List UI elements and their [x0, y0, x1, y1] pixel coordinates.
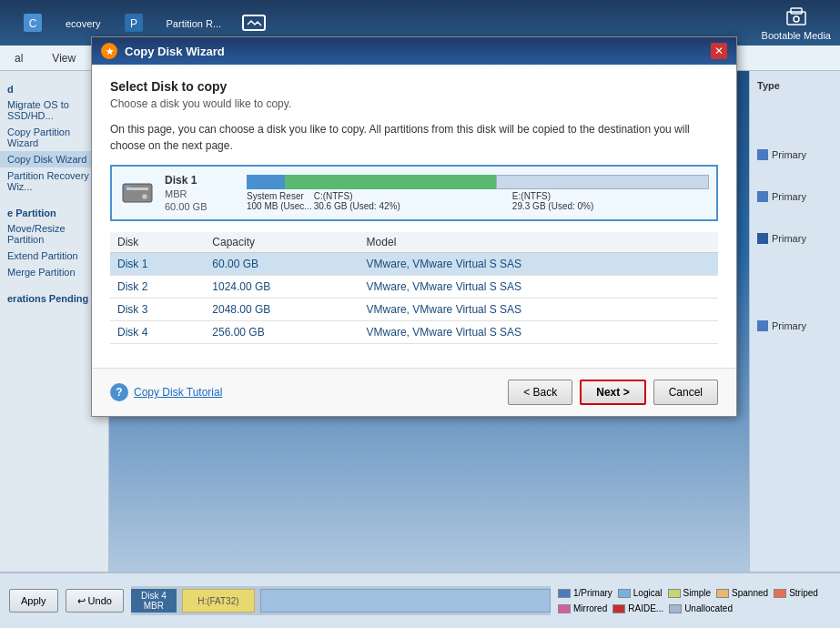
legend-color-unallocated: [669, 604, 682, 613]
partition-labels: System Reser 100 MB (Usec... C:(NTFS) 30…: [247, 191, 709, 211]
type-square-3: [757, 320, 768, 331]
right-panel-row-3: Primary: [754, 319, 836, 333]
type-label-3: Primary: [772, 320, 806, 331]
bottom-bar: Apply ↩ Undo Disk 4 MBR H:(FAT32) 1/Prim…: [0, 572, 840, 628]
svg-text:C: C: [29, 17, 37, 30]
legend-label-striped: Striped: [789, 588, 818, 598]
type-square-0: [757, 149, 768, 160]
legend-logical: Logical: [618, 588, 663, 598]
legend-spanned: Spanned: [716, 588, 768, 598]
table-row[interactable]: Disk 1 60.00 GB VMware, VMware Virtual S…: [110, 253, 718, 276]
partition-bar-c-top: [285, 175, 496, 189]
legend-label-raide: RAIDE...: [628, 603, 663, 613]
disk-icon: [119, 175, 156, 211]
type-label-2: Primary: [772, 233, 806, 244]
cancel-button[interactable]: Cancel: [653, 380, 718, 405]
type-square-1: [757, 191, 768, 202]
partition-bar-e-top: [496, 175, 709, 189]
footer-help: ? Copy Disk Tutorial: [110, 383, 508, 401]
next-button[interactable]: Next >: [580, 380, 645, 405]
type-label-0: Primary: [772, 149, 806, 160]
col-disk: Disk: [110, 232, 205, 253]
legend-color-simple: [668, 589, 681, 598]
right-panel-row-0: Primary: [754, 147, 836, 162]
legend-label-logical: Logical: [633, 588, 663, 598]
disk-preview: Disk 1 MBR 60.00 GB System Reser 100 MB …: [110, 165, 718, 221]
legend-mirrored: Mirrored: [558, 603, 607, 613]
modal-footer: ? Copy Disk Tutorial < Back Next > Cance…: [92, 368, 736, 416]
modal-titlebar: ★ Copy Disk Wizard ✕: [92, 37, 736, 65]
legend-color-logical: [618, 589, 631, 598]
table-row[interactable]: Disk 3 2048.00 GB VMware, VMware Virtual…: [110, 299, 718, 321]
row1-disk: Disk 2: [110, 276, 205, 299]
legend-striped: Striped: [774, 588, 818, 598]
svg-rect-11: [127, 187, 148, 190]
svg-rect-6: [791, 8, 802, 14]
undo-button[interactable]: ↩ Undo: [66, 589, 124, 613]
row3-capacity: 256.00 GB: [205, 321, 359, 344]
type-square-2: [757, 233, 768, 244]
partition-icon[interactable]: P: [119, 8, 148, 37]
modal-title-text: Copy Disk Wizard: [125, 45, 703, 58]
right-panel-row-1: Primary: [754, 189, 836, 204]
col-capacity: Capacity: [205, 232, 359, 253]
legend-color-striped: [774, 589, 786, 598]
modal-description: On this page, you can choose a disk you …: [110, 121, 718, 154]
legend-label-primary: 1/Primary: [573, 588, 612, 598]
legend-simple: Simple: [668, 588, 712, 598]
legend-unallocated: Unallocated: [669, 603, 733, 613]
row0-capacity: 60.00 GB: [205, 253, 359, 276]
menu-view[interactable]: View: [46, 50, 81, 66]
recovery-label: ecovery: [66, 18, 101, 29]
row2-disk: Disk 3: [110, 299, 205, 321]
legend-label-mirrored: Mirrored: [573, 603, 607, 613]
modal-close-button[interactable]: ✕: [711, 43, 727, 59]
partition-label-c: C:(NTFS) 30.6 GB (Used: 42%): [314, 191, 511, 211]
copy-disk-wizard-modal: ★ Copy Disk Wizard ✕ Select Disk to copy…: [91, 36, 737, 417]
partition-bar-sys-top: [247, 175, 285, 189]
right-panel-rows: Primary Primary Primary Primary: [754, 147, 836, 333]
svg-text:P: P: [130, 17, 137, 30]
partition-label: Partition R...: [167, 18, 222, 29]
svg-rect-13: [125, 186, 130, 187]
row0-disk: Disk 1: [110, 253, 205, 276]
legend-primary: 1/Primary: [558, 588, 612, 598]
modal-title-icon: ★: [101, 43, 117, 59]
legend-label-simple: Simple: [683, 588, 712, 598]
apply-button[interactable]: Apply: [9, 589, 58, 613]
table-header-row: Disk Capacity Model: [110, 232, 718, 253]
legend-label-unallocated: Unallocated: [684, 603, 733, 613]
image-icon[interactable]: [239, 8, 268, 37]
svg-point-7: [794, 16, 799, 22]
table-row[interactable]: Disk 2 1024.00 GB VMware, VMware Virtual…: [110, 276, 718, 299]
disk4-label: Disk 4 MBR: [131, 589, 177, 613]
bootable-media-btn[interactable]: Bootable Media: [762, 5, 831, 41]
partition-label-sys: System Reser 100 MB (Usec...: [247, 191, 312, 211]
footer-buttons: < Back Next > Cancel: [508, 380, 718, 405]
disk-table: Disk Capacity Model Disk 1 60.00 GB VMwa…: [110, 232, 718, 344]
legend-color-raide: [612, 604, 625, 613]
disk-name: Disk 1: [165, 174, 238, 187]
help-link[interactable]: Copy Disk Tutorial: [134, 386, 222, 399]
undo-icon: ↩: [77, 595, 86, 606]
disk-info: Disk 1 MBR 60.00 GB: [165, 174, 238, 212]
toolbar-icons: C ecovery P Partition R...: [9, 8, 278, 37]
right-panel-row-2: Primary: [754, 231, 836, 246]
legend-color-mirrored: [558, 604, 571, 613]
row3-disk: Disk 4: [110, 321, 205, 344]
menu-al[interactable]: al: [9, 50, 28, 66]
back-button[interactable]: < Back: [508, 380, 572, 405]
disk-bar-area: Disk 4 MBR H:(FAT32): [131, 586, 551, 615]
table-row[interactable]: Disk 4 256.00 GB VMware, VMware Virtual …: [110, 321, 718, 344]
help-icon: ?: [110, 383, 128, 401]
unallocated-bar: [260, 589, 551, 613]
right-panel-header: Type: [754, 78, 836, 93]
disk-type: MBR: [165, 188, 238, 199]
partition-label-e: E:(NTFS) 29.3 GB (Used: 0%): [512, 191, 709, 211]
legend-raide: RAIDE...: [612, 603, 663, 613]
partition-bar-tops: [247, 175, 709, 189]
row3-model: VMware, VMware Virtual S SAS: [359, 321, 718, 344]
legend-area: 1/Primary Logical Simple Spanned Striped…: [558, 588, 831, 613]
modal-section-subtitle: Choose a disk you would like to copy.: [110, 97, 718, 110]
row2-model: VMware, VMware Virtual S SAS: [359, 299, 718, 321]
